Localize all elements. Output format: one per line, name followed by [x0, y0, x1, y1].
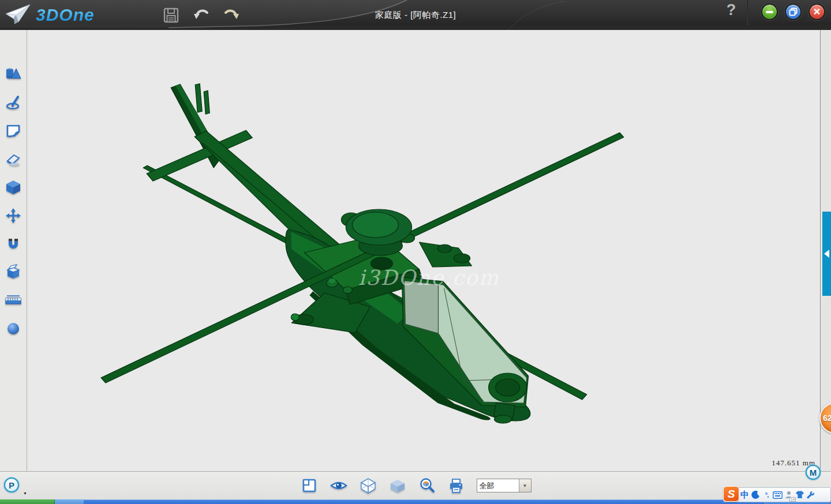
app-logo: 3DOne	[0, 3, 95, 27]
sketch-icon	[5, 95, 21, 110]
redo-icon	[223, 8, 239, 22]
taskbar-quicklaunch-segment[interactable]	[55, 499, 84, 504]
help-button[interactable]: ?	[723, 1, 740, 23]
taskbar-start-segment[interactable]	[0, 499, 55, 504]
zoom-fit-button[interactable]	[418, 476, 436, 495]
ime-punctuation-toggle[interactable]: °,	[761, 488, 772, 501]
paper-plane-icon	[5, 3, 31, 27]
ime-account-button[interactable]: 14	[783, 488, 794, 501]
m-badge[interactable]: M	[806, 465, 821, 480]
restore-icon	[789, 7, 798, 16]
special-shape-tool-button[interactable]	[3, 262, 23, 282]
left-toolbar	[0, 30, 27, 471]
tail-rotor-blade	[195, 84, 202, 112]
undo-icon	[193, 8, 209, 22]
view-plane-icon	[302, 478, 317, 493]
file-actions	[163, 6, 240, 24]
material-sphere-icon	[6, 321, 21, 336]
wrench-icon	[806, 491, 815, 499]
selection-filter-value: 全部	[477, 479, 519, 492]
chevron-left-icon	[824, 250, 829, 258]
material-tool-button[interactable]	[3, 318, 23, 338]
app-logo-text: 3DOne	[36, 5, 95, 25]
magnet-tool-button[interactable]	[3, 234, 23, 254]
window-title: 家庭版 - [阿帕奇.Z1]	[0, 10, 831, 21]
primitives-icon	[5, 67, 21, 82]
main-area: i3DOne.com 147.651 mm	[0, 30, 831, 471]
save-icon	[163, 7, 179, 23]
ime-language-toggle[interactable]: 中	[739, 488, 750, 501]
undo-button[interactable]	[193, 6, 210, 24]
view-controls: 全部 ▼	[0, 472, 831, 499]
dropdown-arrow-icon: ▼	[519, 479, 531, 492]
ime-fullwidth-toggle[interactable]	[750, 488, 761, 501]
sketch-tool-button[interactable]	[3, 92, 23, 112]
panel-expand-tab[interactable]	[822, 212, 831, 296]
zoom-icon	[419, 477, 435, 494]
restore-button[interactable]	[785, 3, 802, 20]
tshirt-icon	[795, 491, 804, 499]
minimize-button[interactable]	[761, 3, 778, 20]
datum-plane-button[interactable]	[300, 476, 319, 495]
primitives-tool-button[interactable]	[3, 64, 23, 84]
surface-tool-button[interactable]	[3, 121, 23, 141]
visibility-button[interactable]	[330, 476, 348, 495]
measure-tool-button[interactable]	[3, 290, 23, 310]
magnet-icon	[5, 236, 21, 251]
wireframe-view-button[interactable]	[359, 476, 377, 495]
ime-settings-button[interactable]	[805, 488, 816, 501]
ime-toolbar: S 中 °, 14	[723, 487, 831, 502]
print-button[interactable]	[447, 476, 466, 495]
window-controls: ✕	[761, 3, 825, 20]
solid-cube-tool-button[interactable]	[3, 177, 23, 197]
os-taskbar[interactable]	[0, 499, 831, 504]
taskbar-main-segment[interactable]	[84, 499, 763, 504]
print-icon	[448, 478, 464, 494]
save-button[interactable]	[163, 6, 180, 24]
selection-filter-dropdown[interactable]: 全部 ▼	[477, 479, 531, 492]
surface-icon	[5, 123, 21, 138]
eye-icon	[330, 479, 347, 492]
measure-icon	[5, 294, 22, 307]
moon-icon	[751, 491, 760, 499]
shaded-cube-icon	[390, 478, 406, 493]
canopy-glass	[404, 281, 438, 333]
wireframe-cube-icon	[360, 477, 376, 494]
redo-button[interactable]	[223, 6, 240, 24]
ime-keyboard-button[interactable]	[772, 488, 783, 501]
close-icon: ✕	[813, 7, 821, 17]
ime-account-level: 14	[789, 497, 796, 502]
move-tool-button[interactable]	[3, 205, 23, 225]
titlebar: 3DOne 家庭版 - [阿帕奇.Z1] ?	[0, 0, 831, 30]
eraser-tool-button[interactable]	[3, 149, 23, 169]
eraser-icon	[5, 152, 21, 167]
bottom-toolbar: P ▼	[0, 471, 831, 499]
titlebar-separator	[747, 0, 748, 25]
tail-rotor-blade	[204, 91, 209, 114]
solid-cube-icon	[5, 179, 21, 195]
viewport-canvas[interactable]: i3DOne.com 147.651 mm	[27, 30, 820, 471]
close-button[interactable]: ✕	[808, 3, 825, 20]
move-icon	[5, 208, 21, 224]
rotor-blade-front	[101, 133, 624, 383]
helicopter-model[interactable]	[27, 30, 820, 471]
special-shape-icon	[5, 264, 21, 280]
shaded-view-button[interactable]	[388, 476, 407, 495]
keyboard-icon	[773, 491, 783, 499]
minimize-icon	[766, 11, 773, 13]
ime-logo[interactable]: S	[723, 486, 739, 502]
